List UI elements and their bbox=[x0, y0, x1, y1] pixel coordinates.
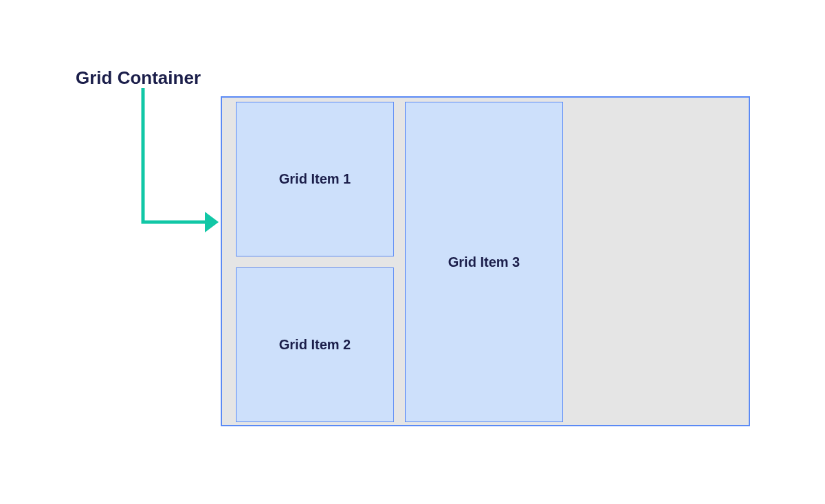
grid-item-2-label: Grid Item 2 bbox=[279, 337, 351, 353]
grid-item-3: Grid Item 3 bbox=[405, 102, 563, 422]
grid-item-1: Grid Item 1 bbox=[236, 102, 394, 256]
diagram-title: Grid Container bbox=[76, 67, 201, 89]
grid-container: Grid Item 1 Grid Item 2 Grid Item 3 bbox=[221, 96, 750, 426]
grid-item-3-label: Grid Item 3 bbox=[448, 254, 520, 270]
grid-item-2: Grid Item 2 bbox=[236, 267, 394, 422]
grid-inner: Grid Item 1 Grid Item 2 Grid Item 3 bbox=[222, 98, 749, 425]
grid-item-1-label: Grid Item 1 bbox=[279, 171, 351, 187]
pointer-arrow-icon bbox=[140, 88, 229, 239]
